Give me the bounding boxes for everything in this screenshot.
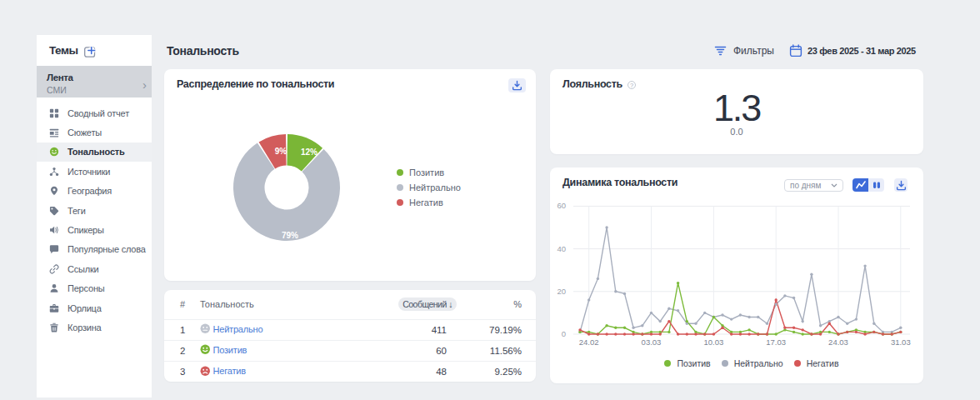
svg-text:12%: 12%: [301, 148, 318, 157]
svg-text:9%: 9%: [275, 147, 288, 156]
svg-text:24.02: 24.02: [579, 338, 599, 347]
svg-text:10.03: 10.03: [704, 338, 724, 347]
svg-text:17.03: 17.03: [766, 338, 786, 347]
svg-text:40: 40: [557, 244, 566, 253]
svg-text:31.03: 31.03: [891, 338, 911, 347]
svg-text:60: 60: [557, 201, 566, 210]
svg-text:24.03: 24.03: [828, 338, 848, 347]
svg-text:20: 20: [557, 287, 566, 296]
svg-text:03.03: 03.03: [642, 338, 662, 347]
svg-text:0: 0: [562, 329, 566, 338]
svg-text:79%: 79%: [282, 231, 298, 240]
